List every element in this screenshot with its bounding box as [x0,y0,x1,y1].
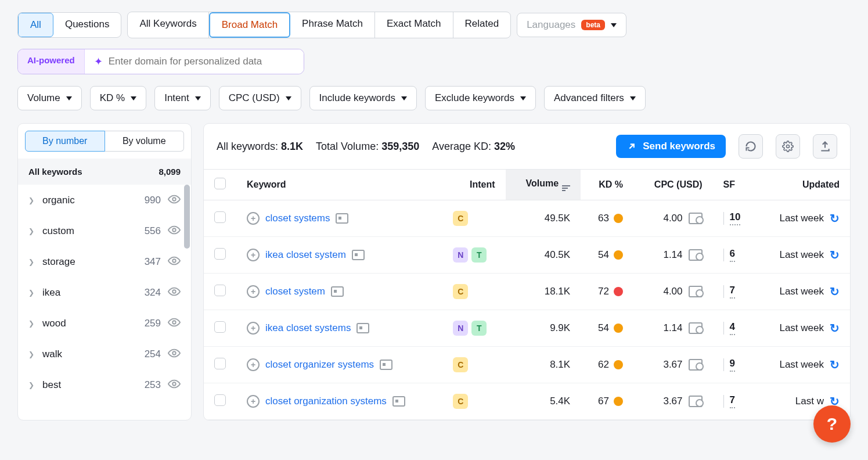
filter-kd[interactable]: KD % [90,86,146,110]
sidebar-item-label: best [42,379,138,391]
refresh-row-icon[interactable]: ↻ [830,321,840,335]
sidebar-item[interactable]: ❯ custom 556 [18,215,191,246]
sf-value[interactable]: 9 [730,358,735,372]
col-intent[interactable]: Intent [442,170,505,200]
refresh-row-icon[interactable]: ↻ [830,248,840,262]
row-checkbox[interactable] [214,248,226,260]
add-keyword-icon[interactable]: + [247,322,260,335]
serp-icon[interactable] [331,286,344,297]
tab-questions[interactable]: Questions [53,13,121,37]
sidebar-item-label: storage [42,256,138,268]
sidebar-item[interactable]: ❯ organic 990 [18,185,191,215]
eye-icon[interactable] [168,254,181,269]
col-cpc[interactable]: CPC (USD) [633,170,713,200]
serp-icon[interactable] [336,213,348,224]
intent-badge-c: C [453,394,468,409]
add-keyword-icon[interactable]: + [247,285,260,298]
sidebar-item[interactable]: ❯ storage 347 [18,246,191,277]
export-button[interactable] [813,134,837,159]
filter-volume[interactable]: Volume [17,86,82,110]
svg-point-2 [172,259,176,263]
row-checkbox[interactable] [214,358,226,369]
ai-domain-input[interactable] [109,56,294,67]
tab-broad-match[interactable]: Broad Match [209,12,290,38]
keyword-link[interactable]: closet systems [265,213,330,224]
sf-value[interactable]: 7 [730,285,735,299]
intent-cell: NT [453,321,495,336]
sf-value[interactable]: 4 [730,321,735,335]
refresh-row-icon[interactable]: ↻ [830,285,840,299]
sidebar-item[interactable]: ❯ wood 259 [18,308,191,339]
updated-cell: Last week↻ [767,321,840,335]
serp-icon[interactable] [392,396,405,407]
languages-dropdown[interactable]: Languages beta [517,13,626,37]
sidebar-item[interactable]: ❯ ikea 324 [18,277,191,308]
keyword-link[interactable]: ikea closet system [265,249,346,261]
sidebar-tab-by-volume[interactable]: By volume [105,131,185,152]
add-keyword-icon[interactable]: + [247,395,260,408]
col-volume[interactable]: Volume [506,170,581,200]
eye-icon[interactable] [168,347,181,361]
volume-cell: 49.5K [506,200,581,237]
eye-icon[interactable] [168,193,181,207]
row-checkbox[interactable] [214,211,226,223]
sf-value[interactable]: 7 [730,394,735,408]
sf-value[interactable]: 10 [730,211,741,225]
kd-cell: 54 [591,249,623,261]
cpc-detail-icon[interactable] [689,396,703,407]
sidebar-item-label: custom [42,225,138,237]
filter-advanced[interactable]: Advanced filters [544,86,646,110]
row-checkbox[interactable] [214,394,226,406]
cpc-detail-icon[interactable] [689,213,703,224]
add-keyword-icon[interactable]: + [247,358,260,371]
keyword-link[interactable]: closet organization systems [265,396,387,407]
row-checkbox[interactable] [214,285,226,296]
sidebar-item[interactable]: ❯ best 253 [18,369,191,400]
chevron-right-icon: ❯ [28,381,35,389]
eye-icon[interactable] [168,316,181,330]
col-sf[interactable]: SF [713,170,757,200]
sidebar-header-count: 8,099 [159,167,181,177]
select-all-checkbox[interactable] [214,178,226,189]
filter-cpc[interactable]: CPC (USD) [219,86,301,110]
filter-cpc-label: CPC (USD) [229,92,280,104]
filter-intent[interactable]: Intent [154,86,211,110]
tab-all[interactable]: All [18,13,53,37]
refresh-row-icon[interactable]: ↻ [830,358,840,372]
gear-icon [782,141,794,152]
col-keyword[interactable]: Keyword [236,170,442,200]
sidebar-tab-by-number[interactable]: By number [25,131,105,152]
tab-exact-match[interactable]: Exact Match [375,12,453,38]
eye-icon[interactable] [168,224,181,238]
tab-related[interactable]: Related [453,12,511,38]
filter-include[interactable]: Include keywords [309,86,417,110]
eye-icon[interactable] [168,285,181,300]
keyword-link[interactable]: ikea closet systems [265,322,351,334]
add-keyword-icon[interactable]: + [247,249,260,261]
filter-exclude[interactable]: Exclude keywords [425,86,536,110]
cpc-detail-icon[interactable] [689,249,703,261]
sidebar-item[interactable]: ❯ walk 254 [18,339,191,369]
sf-value[interactable]: 6 [730,248,735,262]
tab-phrase-match[interactable]: Phrase Match [290,12,375,38]
col-updated[interactable]: Updated [757,170,850,200]
tab-all-keywords[interactable]: All Keywords [128,12,208,38]
refresh-row-icon[interactable]: ↻ [830,211,840,225]
add-keyword-icon[interactable]: + [247,212,260,225]
col-kd[interactable]: KD % [581,170,633,200]
updated-cell: Last week↻ [767,358,840,372]
serp-icon[interactable] [352,250,365,260]
cpc-detail-icon[interactable] [689,359,703,371]
serp-icon[interactable] [356,323,369,333]
refresh-button[interactable] [739,134,763,159]
settings-button[interactable] [776,134,800,159]
keyword-link[interactable]: closet organizer systems [265,359,374,371]
cpc-detail-icon[interactable] [689,286,703,297]
sidebar-scrollbar[interactable] [184,185,190,249]
row-checkbox[interactable] [214,321,226,333]
keyword-link[interactable]: closet system [265,286,325,297]
send-keywords-button[interactable]: Send keywords [616,135,726,158]
eye-icon[interactable] [168,378,181,392]
serp-icon[interactable] [380,360,392,370]
cpc-detail-icon[interactable] [689,322,703,334]
